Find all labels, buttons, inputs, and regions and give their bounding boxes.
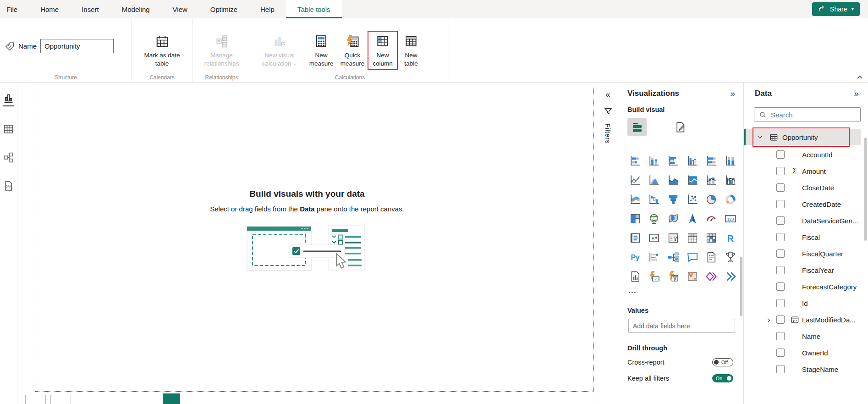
visualizations-scrollbar[interactable] <box>740 257 742 316</box>
visual-icon-hundred-stacked-area-chart[interactable] <box>686 174 699 187</box>
field-row-fiscalyear[interactable]: FiscalYear <box>744 262 868 278</box>
visual-icon-treemap[interactable] <box>629 212 642 225</box>
expand-filters-icon[interactable]: « <box>605 90 610 99</box>
field-row-lastmodifiedda[interactable]: LastModifiedDa... <box>744 311 868 328</box>
visual-icon-filled-map[interactable] <box>667 212 680 225</box>
collapse-data-pane-icon[interactable]: » <box>854 89 859 98</box>
visual-icon-stacked-bar-chart[interactable] <box>629 155 642 167</box>
visual-icon-smart-narrative[interactable] <box>705 251 718 264</box>
field-row-fiscal[interactable]: Fiscal <box>744 229 868 245</box>
keep-all-filters-toggle[interactable]: On <box>712 374 733 382</box>
new-visual-calculation-button[interactable]: fx New visual calculation ⌄ <box>254 32 305 68</box>
visual-icon-waterfall-chart[interactable] <box>648 193 660 206</box>
active-page-indicator[interactable] <box>163 393 180 404</box>
more-visuals-button[interactable]: ... <box>628 287 738 294</box>
visual-icon-stacked-column-chart[interactable] <box>648 155 660 167</box>
manage-relationships-button[interactable]: Manage relationships <box>198 32 245 68</box>
chevron-right-icon[interactable] <box>766 317 772 323</box>
visual-icon-scatter-chart[interactable] <box>686 193 699 206</box>
field-checkbox[interactable] <box>776 183 785 192</box>
visual-icon-hundred-stacked-column-chart[interactable] <box>724 155 737 167</box>
field-row-createddate[interactable]: CreatedDate <box>744 196 868 212</box>
menu-item-help[interactable]: Help <box>249 0 286 18</box>
visual-icon-key-influencers[interactable] <box>648 251 660 264</box>
dax-query-view-icon[interactable]: DAX <box>3 180 14 192</box>
visual-icon-line-stacked-column-chart[interactable] <box>705 174 718 187</box>
field-row-id[interactable]: Id <box>744 295 868 311</box>
table-name-input[interactable] <box>40 39 114 53</box>
menu-item-insert[interactable]: Insert <box>70 0 110 18</box>
visual-icon-clustered-column-chart[interactable] <box>686 155 699 167</box>
visual-icon-card[interactable]: 123 <box>724 212 737 225</box>
field-checkbox[interactable] <box>776 150 785 159</box>
menu-item-modeling[interactable]: Modeling <box>110 0 161 18</box>
field-row-name[interactable]: Name <box>744 328 868 344</box>
visual-icon-hundred-stacked-bar-chart[interactable] <box>705 155 718 167</box>
model-view-icon[interactable] <box>3 152 14 163</box>
chevron-down-icon[interactable] <box>757 134 763 140</box>
menu-item-optimize[interactable]: Optimize <box>199 0 249 18</box>
visual-icon-new-card[interactable]: 123 <box>648 270 660 283</box>
collapse-ribbon-icon[interactable] <box>856 74 863 81</box>
visual-icon-donut-chart[interactable] <box>724 193 737 206</box>
tab-table-tools[interactable]: Table tools <box>286 0 342 18</box>
visual-icon-python[interactable]: Py <box>629 251 642 264</box>
cross-report-toggle[interactable]: Off <box>712 358 733 366</box>
visual-icon-decomposition-tree[interactable] <box>667 251 680 264</box>
visual-icon-qna[interactable] <box>686 251 699 264</box>
visual-icon-line-clustered-column-chart[interactable] <box>724 174 737 187</box>
menu-item-file[interactable]: File <box>0 0 29 18</box>
new-column-button[interactable]: New column <box>368 32 397 68</box>
visual-icon-r-script[interactable]: R <box>724 232 737 244</box>
search-input[interactable]: Search <box>754 107 861 122</box>
build-visual-tab[interactable] <box>627 118 647 136</box>
quick-measure-button[interactable]: Quick measure <box>337 32 368 68</box>
field-checkbox[interactable] <box>776 200 785 208</box>
field-row-closedate[interactable]: CloseDate <box>744 179 868 196</box>
data-pane-scrollbar[interactable] <box>864 138 867 241</box>
field-row-fiscalquarter[interactable]: FiscalQuarter <box>744 245 868 262</box>
visual-icon-pie-chart[interactable] <box>705 193 718 206</box>
format-visual-tab[interactable] <box>670 118 690 136</box>
visual-icon-slicer[interactable] <box>667 232 680 244</box>
visual-icon-funnel-chart[interactable] <box>667 193 680 206</box>
field-checkbox[interactable] <box>776 282 785 291</box>
table-node-opportunity[interactable]: Opportunity <box>744 129 861 145</box>
field-checkbox[interactable] <box>776 167 785 175</box>
menu-item-view[interactable]: View <box>161 0 199 18</box>
field-checkbox[interactable] <box>776 349 785 357</box>
field-row-accountid[interactable]: AccountId <box>744 146 868 163</box>
new-table-button[interactable]: New table <box>398 32 424 68</box>
field-row-stagename[interactable]: StageName <box>744 361 868 377</box>
filters-pane-label[interactable]: Filters <box>604 123 612 144</box>
field-row-dataservicegen[interactable]: DataServiceGen... <box>744 212 868 229</box>
page-tab[interactable] <box>25 395 46 404</box>
table-view-icon[interactable] <box>3 123 14 135</box>
visual-icon-kpi[interactable] <box>648 232 660 244</box>
menu-item-home[interactable]: Home <box>29 0 70 18</box>
field-checkbox[interactable] <box>776 332 785 340</box>
field-row-ownerid[interactable]: OwnerId <box>744 344 868 361</box>
field-checkbox[interactable] <box>776 249 785 258</box>
share-button[interactable]: Share ▾ <box>812 2 860 16</box>
visual-icon-metrics[interactable] <box>724 251 737 264</box>
field-checkbox[interactable] <box>776 365 785 373</box>
field-row-forecastcategory[interactable]: ForecastCategory <box>744 278 868 295</box>
visual-icon-new-slicer[interactable] <box>667 270 680 283</box>
visual-icon-table[interactable] <box>686 232 699 244</box>
visual-icon-line-chart[interactable] <box>629 174 642 187</box>
mark-as-date-table-button[interactable]: Mark as date table <box>137 32 188 68</box>
new-measure-button[interactable]: New measure <box>306 32 336 68</box>
field-checkbox[interactable] <box>776 233 785 241</box>
visual-icon-matrix[interactable] <box>705 232 718 244</box>
report-view-icon[interactable] <box>3 93 14 106</box>
visual-icon-area-chart[interactable] <box>648 174 660 187</box>
values-field-well[interactable]: Add data fields here <box>628 319 735 333</box>
visual-icon-azure-map[interactable] <box>686 212 699 225</box>
visual-icon-arcgis-map[interactable] <box>686 270 699 283</box>
visual-icon-ribbon-chart[interactable] <box>629 193 642 206</box>
field-checkbox[interactable] <box>776 216 785 225</box>
visual-icon-map[interactable] <box>648 212 660 225</box>
visual-icon-power-automate[interactable] <box>724 270 737 283</box>
visual-icon-power-apps[interactable] <box>705 270 718 283</box>
